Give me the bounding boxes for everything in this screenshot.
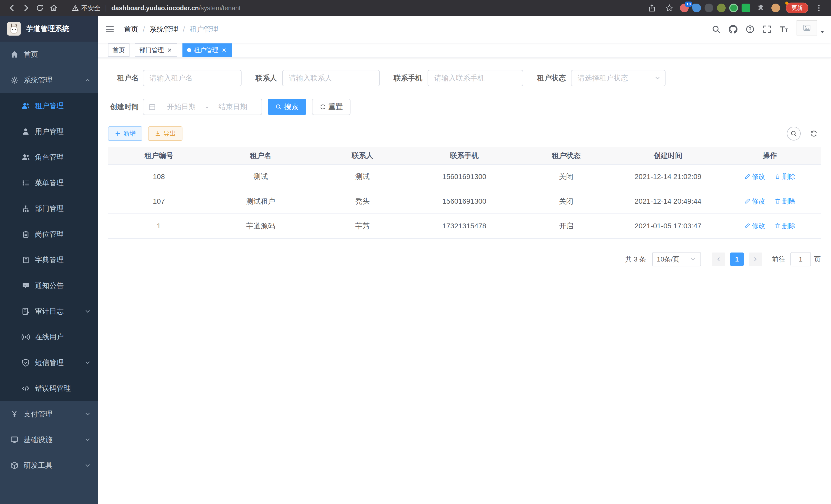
update-button[interactable]: 更新 [786,3,808,13]
question-icon [746,25,754,34]
sidebar-item-user[interactable]: 用户管理 [0,119,98,144]
status-label: 租户状态 [537,73,566,83]
edit-link[interactable]: 修改 [744,221,765,230]
omnibox[interactable]: 不安全 | dashboard.yudao.iocoder.cn/system/… [72,4,645,12]
chevron-right-icon [753,257,758,262]
extension-icon-5[interactable] [729,4,738,12]
sidebar-item-menu[interactable]: 菜单管理 [0,170,98,196]
chevron-down-icon [85,437,90,443]
breadcrumb-current: 租户管理 [190,24,219,34]
add-button[interactable]: 新增 [108,126,142,141]
tab-close-button[interactable] [167,47,173,53]
sidebar-item-label: 支付管理 [24,409,52,419]
font-size-button[interactable]: TT [775,16,793,42]
sidebar-item-label: 系统管理 [24,75,52,85]
browser-profile-avatar[interactable] [771,4,780,12]
add-button-label: 新增 [123,129,136,138]
refresh-table-button[interactable] [807,127,821,141]
page-size-select[interactable]: 10条/页 [652,252,701,266]
sidebar-item-online-user[interactable]: 在线用户 [0,324,98,350]
sidebar-item-system[interactable]: 系统管理 [0,67,98,93]
tenant-name-input[interactable] [143,70,241,86]
security-chip[interactable]: 不安全 [72,4,101,12]
page-number-button[interactable]: 1 [730,253,744,266]
app-title: 芋道管理系统 [26,24,69,34]
share-button[interactable] [645,1,659,15]
delete-link[interactable]: 删除 [774,197,796,206]
delete-link[interactable]: 删除 [774,221,796,230]
home-icon [10,50,19,59]
toggle-search-button[interactable] [787,127,801,141]
next-page-button[interactable] [749,253,762,266]
edit-link[interactable]: 修改 [744,172,765,181]
sidebar-item-audit-log[interactable]: 审计日志 [0,298,98,324]
start-date-input[interactable] [158,103,205,111]
sidebar-item-tenant[interactable]: 租户管理 [0,93,98,119]
browser-reload-button[interactable] [33,1,47,15]
edit-link[interactable]: 修改 [744,197,765,206]
github-button[interactable] [725,16,742,42]
delete-link[interactable]: 删除 [774,172,796,181]
tab-dept[interactable]: 部门管理 [135,43,177,57]
filter-status: 租户状态 请选择租户状态 [537,70,665,86]
end-date-input[interactable] [209,103,256,111]
hamburger-button[interactable] [98,16,122,42]
app-logo[interactable]: 芋道管理系统 [0,16,98,41]
shield-icon [22,359,30,367]
help-button[interactable] [742,16,758,42]
browser-forward-button[interactable] [19,1,33,15]
fullscreen-button[interactable] [758,16,775,42]
search-button[interactable]: 搜索 [268,99,306,115]
right-toolbar [787,127,821,141]
browser-menu-button[interactable] [812,1,826,15]
navbar-actions: TT [708,16,831,42]
puzzle-icon [757,4,765,12]
status-select[interactable]: 请选择租户状态 [571,70,665,86]
bookmark-button[interactable] [662,1,676,15]
date-range-picker[interactable]: - [143,99,262,115]
active-dot [187,48,191,52]
sidebar-item-sms[interactable]: 短信管理 [0,350,98,376]
filter-tenant-name: 租户名 [108,70,241,86]
extensions-button[interactable] [754,1,768,15]
status-placeholder: 请选择租户状态 [578,73,628,83]
sidebar-item-dict[interactable]: 字典管理 [0,247,98,273]
sidebar-item-home[interactable]: 首页 [0,41,98,67]
tab-home[interactable]: 首页 [108,43,130,57]
breadcrumb-system[interactable]: 系统管理 [149,24,178,34]
sidebar-item-infra[interactable]: 基础设施 [0,427,98,453]
edit-label: 修改 [752,197,765,206]
sidebar-item-dept[interactable]: 部门管理 [0,196,98,221]
url-path: /system/tenant [199,4,241,12]
extension-icon-4[interactable] [717,4,726,12]
cell-tenant-id: 1 [108,214,210,238]
contact-input[interactable] [282,70,380,86]
sidebar-item-label: 用户管理 [35,127,64,137]
breadcrumb-home[interactable]: 首页 [124,24,138,34]
browser-home-button[interactable] [47,1,61,15]
update-notification-dot [785,2,789,5]
sidebar-item-role[interactable]: 角色管理 [0,144,98,170]
extension-icon-1[interactable]: 10 [680,4,689,12]
header-search-button[interactable] [708,16,725,42]
extension-icon-6[interactable] [742,4,750,12]
browser-back-button[interactable] [5,1,19,15]
tab-close-button[interactable] [221,47,227,53]
sidebar-item-notice[interactable]: 通知公告 [0,273,98,298]
sidebar-item-dev-tools[interactable]: 研发工具 [0,453,98,478]
tab-tenant[interactable]: 租户管理 [182,43,232,57]
user-avatar-dropdown[interactable] [797,20,825,38]
export-button[interactable]: 导出 [148,126,182,141]
goto-page-input[interactable] [791,252,811,266]
reset-button[interactable]: 重置 [312,99,350,115]
sidebar-item-payment[interactable]: 支付管理 [0,401,98,427]
warning-icon [72,5,79,11]
sidebar-item-post[interactable]: 岗位管理 [0,221,98,247]
sidebar-item-error-code[interactable]: 错误码管理 [0,376,98,401]
plus-icon [115,130,121,137]
prev-page-button[interactable] [712,253,725,266]
chevron-down-icon [85,411,90,417]
extension-icon-2[interactable] [692,4,701,12]
extension-icon-3[interactable] [705,4,713,12]
phone-input[interactable] [428,70,523,86]
